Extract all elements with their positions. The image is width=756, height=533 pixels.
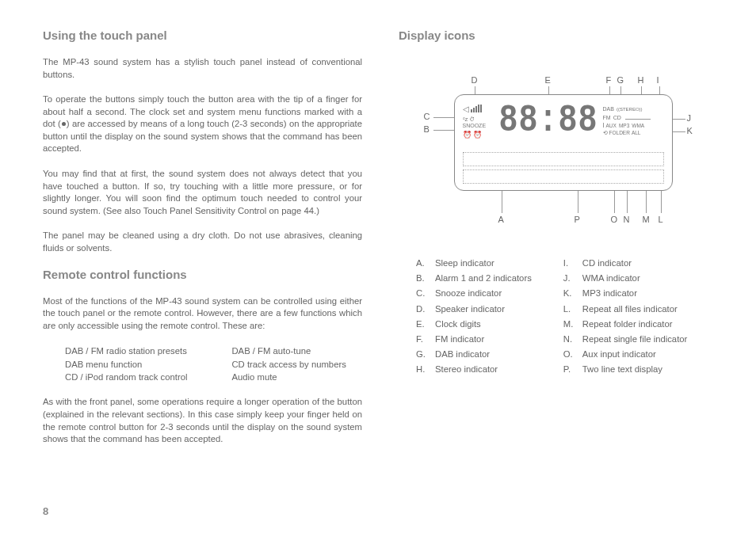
legend-item: D.Speaker indicator <box>416 302 532 317</box>
label-j: J <box>687 113 692 123</box>
label-k: K <box>687 126 693 135</box>
page-number: 8 <box>43 505 48 517</box>
legend-item: A.Sleep indicator <box>416 256 532 271</box>
legend-item: C.Snooze indicator <box>416 286 532 301</box>
legend-item: H.Stereo indicator <box>416 362 532 377</box>
snooze-icon: ᶻz ⏱SNOOZE <box>463 116 498 128</box>
right-column: Display icons D E F G H I C B J K <box>399 29 718 459</box>
text-line-2 <box>463 169 664 184</box>
mp3-indicator: MP3 <box>619 123 629 128</box>
left-column: Using the touch panel The MP-43 sound sy… <box>43 29 362 459</box>
repeat-icon: ⟲ <box>603 130 608 135</box>
label-e: E <box>545 75 551 85</box>
para-remote-intro: Most of the functions of the MP-43 sound… <box>43 295 362 333</box>
para-sensitivity: You may find that at first, the sound sy… <box>43 168 362 217</box>
legend-item: F.FM indicator <box>416 332 532 347</box>
dab-indicator: DAB <box>603 106 614 112</box>
alarm-icons: ⏰ ⏰ <box>463 131 498 139</box>
legend-item: I.CD indicator <box>563 256 688 271</box>
fm-indicator: FM <box>603 115 611 121</box>
cd-indicator: CD <box>613 115 621 121</box>
wma-indicator: WMA <box>632 123 644 128</box>
func-presets: DAB / FM radio station presets <box>65 345 187 357</box>
legend-item: B.Alarm 1 and 2 indicators <box>416 271 532 286</box>
label-d: D <box>472 75 478 85</box>
label-c: C <box>424 112 430 121</box>
bullet-dot-icon <box>62 122 66 126</box>
label-f: F <box>606 75 612 85</box>
legend-item: N.Repeat single file indicator <box>563 332 688 347</box>
all-indicator: ALL <box>632 130 641 135</box>
clock-digits: 88:88 <box>499 102 598 140</box>
para-operate: To operate the buttons simply touch the … <box>43 93 362 155</box>
label-h: H <box>638 75 644 85</box>
func-dab-menu: DAB menu function <box>65 358 187 371</box>
legend-item: J.WMA indicator <box>563 271 688 286</box>
legend-item: P.Two line text display <box>563 362 688 377</box>
label-o: O <box>611 215 618 224</box>
label-p: P <box>575 215 580 224</box>
label-a: A <box>498 215 504 224</box>
legend-item: O.Aux input indicator <box>563 347 688 362</box>
label-l: L <box>659 215 663 224</box>
text-line-1 <box>463 152 664 166</box>
func-cd-track: CD track access by numbers <box>231 358 346 371</box>
heading-display-icons: Display icons <box>399 29 718 42</box>
heading-remote: Remote control functions <box>43 268 362 281</box>
legend-col-2: I.CD indicatorJ.WMA indicatorK.MP3 indic… <box>563 256 688 378</box>
label-g: G <box>617 75 624 85</box>
label-n: N <box>624 215 630 224</box>
legend-item: K.MP3 indicator <box>563 286 688 301</box>
func-autotune: DAB / FM auto-tune <box>231 345 346 357</box>
remote-only-functions: DAB / FM radio station presets DAB menu … <box>43 345 362 383</box>
display-diagram: D E F G H I C B J K A P O <box>408 56 709 238</box>
lcd-panel: ◁ ᶻz ⏱SNOOZE ⏰ ⏰ 88:88 DAB ((STEREO)) FM… <box>454 94 673 191</box>
label-i: I <box>657 75 659 85</box>
para-cleaning: The panel may be cleaned using a dry clo… <box>43 230 362 254</box>
legend-item: E.Clock digits <box>416 317 532 332</box>
func-mute: Audio mute <box>231 371 346 383</box>
legend-col-1: A.Sleep indicatorB.Alarm 1 and 2 indicat… <box>416 256 532 378</box>
folder-indicator: FOLDER <box>609 130 630 135</box>
stereo-indicator: ((STEREO)) <box>617 107 643 112</box>
legend-item: M.Repeat folder indicator <box>563 317 688 332</box>
para-remote-long: As with the front panel, some operations… <box>43 396 362 445</box>
label-m: M <box>643 215 650 224</box>
legend-item: L.Repeat all files indicator <box>563 302 688 317</box>
heading-touch-panel: Using the touch panel <box>43 29 362 42</box>
speaker-icon: ◁ <box>463 105 498 114</box>
para-intro: The MP-43 sound system has a stylish tou… <box>43 56 362 81</box>
func-random: CD / iPod random track control <box>65 371 187 383</box>
aux-indicator: AUX <box>606 123 617 128</box>
icon-legend: A.Sleep indicatorB.Alarm 1 and 2 indicat… <box>399 256 718 378</box>
label-b: B <box>424 124 430 134</box>
legend-item: G.DAB indicator <box>416 347 532 362</box>
